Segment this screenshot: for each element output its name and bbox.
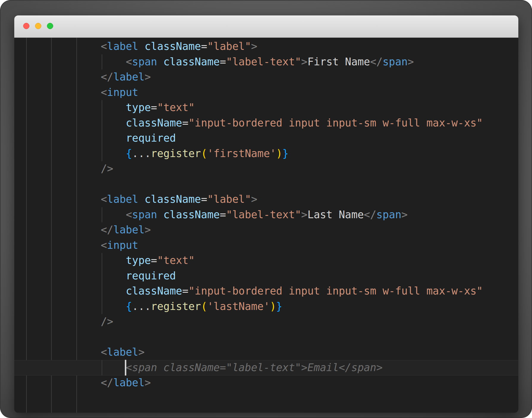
code-token: label	[113, 224, 144, 236]
code-token: 'lastName'	[207, 300, 270, 312]
code-line: type="text"	[101, 100, 518, 115]
code-line: type="text"	[101, 253, 518, 268]
code-token: First Name	[307, 56, 370, 68]
code-token: className	[163, 56, 220, 68]
code-token: }	[282, 148, 289, 159]
code-token: />	[101, 316, 113, 327]
code-token: =	[151, 102, 157, 113]
code-token: =	[182, 285, 188, 297]
code-editor-window: <label className="label"><span className…	[14, 15, 518, 413]
code-line: required	[101, 268, 518, 284]
code-token: span	[132, 209, 157, 221]
code-token: </	[101, 377, 113, 389]
code-line: <span className="label-text">Email</span…	[101, 360, 518, 376]
code-token: >	[251, 40, 257, 52]
code-token: label	[113, 377, 144, 389]
code-token: {	[126, 300, 132, 312]
code-line: </label>	[101, 222, 518, 238]
code-token: "input-bordered input input-sm w-full ma…	[188, 117, 483, 129]
code-token: =	[201, 40, 207, 52]
code-token: <	[101, 40, 107, 52]
code-token: "label-text"	[226, 56, 301, 68]
code-token: label	[113, 71, 144, 83]
text-cursor	[125, 360, 126, 376]
code-token: className	[126, 285, 182, 297]
code-token: label	[107, 40, 138, 52]
code-token: </	[364, 209, 376, 221]
code-token: <	[126, 56, 132, 68]
code-token	[157, 209, 163, 221]
editor-area[interactable]: <label className="label"><span className…	[14, 38, 518, 413]
code-token: )	[270, 300, 276, 312]
code-line: {...register('firstName')}	[101, 146, 518, 162]
code-token: className	[126, 117, 182, 129]
code-line: {...register('lastName')}	[101, 299, 518, 314]
code-token: >	[251, 193, 257, 205]
code-token: className	[145, 40, 201, 52]
code-token: span	[376, 209, 401, 221]
code-token: <	[101, 239, 107, 251]
code-token: type	[126, 102, 151, 113]
code-token: ...	[132, 300, 151, 312]
code-line: </label>	[101, 69, 518, 85]
code-line: className="input-bordered input input-sm…	[101, 115, 518, 131]
code-token: className	[145, 193, 201, 205]
titlebar[interactable]	[14, 15, 518, 38]
code-token: required	[126, 132, 176, 144]
code-token: </	[370, 56, 383, 68]
code-line: <label className="label">	[101, 39, 518, 54]
code-token: Last Name	[307, 209, 364, 221]
code-token: >	[301, 209, 307, 221]
code-area: <label className="label"><span className…	[101, 39, 518, 391]
code-token: required	[126, 270, 176, 282]
code-token: <	[101, 346, 107, 358]
code-token: }	[276, 300, 282, 312]
close-button[interactable]	[23, 23, 29, 29]
code-token: span	[383, 56, 407, 68]
code-line: <input	[101, 238, 518, 253]
code-token: "label"	[207, 40, 251, 52]
zoom-button[interactable]	[47, 23, 53, 29]
code-token: span	[132, 56, 157, 68]
code-token: =	[220, 56, 226, 68]
code-token: input	[107, 239, 138, 251]
code-line: <input	[101, 85, 518, 100]
indent-guide	[76, 38, 77, 413]
code-token: )	[276, 148, 282, 159]
code-line-blank	[101, 177, 518, 192]
code-line: required	[101, 131, 518, 146]
code-line-blank	[101, 330, 518, 345]
code-token: 'firstName'	[207, 148, 276, 159]
minimize-button[interactable]	[35, 23, 41, 29]
code-token: className	[163, 209, 220, 221]
code-line: className="input-bordered input input-sm…	[101, 284, 518, 299]
code-line: <span className="label-text">Last Name</…	[101, 207, 518, 223]
code-token: </	[101, 224, 113, 236]
code-token: "text"	[157, 102, 195, 113]
code-token: =	[182, 117, 188, 129]
indent-guide	[26, 38, 27, 413]
code-token: >	[145, 377, 151, 389]
indent-guide	[51, 38, 52, 413]
window-shadow-frame: <label className="label"><span className…	[0, 0, 532, 418]
code-line: <label className="label">	[101, 192, 518, 207]
code-token: register	[151, 148, 201, 159]
code-token: >	[145, 224, 151, 236]
code-token: label	[107, 346, 138, 358]
code-token: >	[301, 56, 307, 68]
code-token	[138, 40, 144, 52]
code-token: =	[220, 209, 226, 221]
code-line: </label>	[101, 375, 518, 391]
code-token: =	[151, 254, 157, 266]
code-token	[138, 193, 144, 205]
code-token: >	[408, 56, 414, 68]
code-token: "input-bordered input input-sm w-full ma…	[188, 285, 483, 297]
code-token: {	[126, 148, 132, 159]
code-token: >	[145, 71, 151, 83]
ghost-suggestion-text: <span className="label-text">Email</span…	[126, 362, 383, 373]
code-token: >	[138, 346, 144, 358]
code-token: (	[201, 300, 207, 312]
code-line: />	[101, 161, 518, 177]
code-token: (	[201, 148, 207, 159]
traffic-lights	[23, 23, 53, 29]
